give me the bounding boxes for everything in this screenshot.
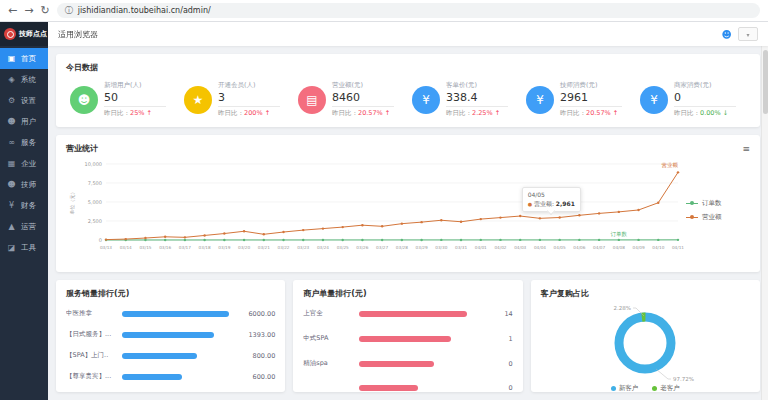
bar xyxy=(122,311,229,317)
merchant-ranking-panel: 商户单量排行(元) 上官全14中式SPA1精油spa00 xyxy=(293,280,522,392)
stat-card: ★开通会员(人)3昨日比：200% ↑ xyxy=(180,80,294,119)
svg-text:04/09: 04/09 xyxy=(633,245,645,250)
bar-value: 1 xyxy=(473,335,513,343)
service-ranking-title: 服务销量排行(元) xyxy=(66,288,275,299)
sidebar-item-home[interactable]: ▣首页 xyxy=(0,48,48,69)
today-stats-title: 今日数据 xyxy=(66,62,750,73)
svg-text:10,000: 10,000 xyxy=(85,161,103,167)
svg-text:03/25: 03/25 xyxy=(337,245,349,250)
svg-text:04/08: 04/08 xyxy=(613,245,625,250)
sidebar-item-users[interactable]: ☻用户 xyxy=(0,111,48,132)
line-chart-legend: 订单数营业额 xyxy=(686,156,748,264)
sidebar-item-services[interactable]: ∞服务 xyxy=(0,132,48,153)
home-icon: ▣ xyxy=(7,54,16,63)
sidebar-item-system[interactable]: ◈系统 xyxy=(0,69,48,90)
bar-value: 600.00 xyxy=(235,373,275,381)
svg-text:03/23: 03/23 xyxy=(297,245,309,250)
sidebar-item-label: 首页 xyxy=(21,54,36,64)
svg-text:03/17: 03/17 xyxy=(179,245,191,250)
donut-chart: 2.28%97.72% xyxy=(545,299,745,383)
chart-menu-icon[interactable]: ≡ xyxy=(742,144,750,154)
stat-card: ¥商家消费(元)0昨日比：0.00% ↓ xyxy=(636,80,750,119)
bar xyxy=(359,336,450,342)
stats-row: ☻新增用户(人)50昨日比：25% ↑★开通会员(人)3昨日比：200% ↑▤营… xyxy=(66,80,750,119)
browser-forward-button[interactable]: → xyxy=(24,5,33,16)
url-text: jishidiandian.toubeihai.cn/admin/ xyxy=(78,6,211,15)
stat-card: ¥技师消费(元)2961昨日比：20.57% ↑ xyxy=(522,80,636,119)
stat-delta: 昨日比：20.57% ↑ xyxy=(560,109,622,118)
svg-text:03/16: 03/16 xyxy=(159,245,171,250)
donut-legend-item[interactable]: 新客户 xyxy=(611,384,639,392)
svg-text:03/21: 03/21 xyxy=(258,245,270,250)
stat-delta: 昨日比：200% ↑ xyxy=(218,109,280,118)
bar-row: 0 xyxy=(303,384,512,392)
avatar-dropdown[interactable]: ▾ xyxy=(738,27,758,41)
donut-legend-item[interactable]: 老客户 xyxy=(652,384,680,392)
svg-text:03/22: 03/22 xyxy=(277,245,289,250)
money-icon: ¥ xyxy=(412,86,440,114)
svg-text:03/13: 03/13 xyxy=(100,245,112,250)
stat-label: 商家消费(元) xyxy=(674,81,736,90)
svg-text:03/15: 03/15 xyxy=(139,245,151,250)
sidebar-item-technicians[interactable]: ☻技师 xyxy=(0,174,48,195)
sidebar-item-settings[interactable]: ⚙设置 xyxy=(0,90,48,111)
sidebar-item-finance[interactable]: ¥财务 xyxy=(0,195,48,216)
svg-text:03/26: 03/26 xyxy=(356,245,368,250)
line-chart: 02,5005,0007,50010,00003/1303/1403/1503/… xyxy=(66,156,686,260)
svg-text:03/24: 03/24 xyxy=(317,245,329,250)
bottom-panels: 服务销量排行(元) 中医推拿6000.00【日式服务】...1393.00【SP… xyxy=(56,280,760,392)
sidebar-item-label: 系统 xyxy=(21,75,36,85)
users-icon: ☻ xyxy=(7,117,16,126)
stat-value: 2961 xyxy=(560,90,622,107)
sidebar-item-tools[interactable]: ◪工具 xyxy=(0,237,48,258)
bar xyxy=(122,374,182,380)
bar-row: 【SPA】上门..800.00 xyxy=(66,351,275,360)
legend-marker-icon xyxy=(686,201,698,205)
bar xyxy=(359,385,418,391)
bar xyxy=(359,311,466,317)
bar-value: 6000.00 xyxy=(235,310,275,318)
stat-card: ☻新增用户(人)50昨日比：25% ↑ xyxy=(66,80,180,119)
line-chart-area: 02,5005,0007,50010,00003/1303/1403/1503/… xyxy=(66,156,686,264)
business-chart-card: 营业统计 ≡ 02,5005,0007,50010,00003/1303/140… xyxy=(56,135,760,272)
stat-label: 开通会员(人) xyxy=(218,81,280,90)
sidebar-item-label: 服务 xyxy=(21,138,36,148)
service-ranking-panel: 服务销量排行(元) 中医推拿6000.00【日式服务】...1393.00【SP… xyxy=(56,280,285,392)
sidebar-item-operations[interactable]: ▲运营 xyxy=(0,216,48,237)
svg-text:04/05: 04/05 xyxy=(554,245,566,250)
svg-text:03/20: 03/20 xyxy=(238,245,250,250)
app-header: 适用浏览器 ☻ ▾ xyxy=(48,22,768,46)
legend-dot-icon xyxy=(652,386,657,391)
svg-text:04/03: 04/03 xyxy=(514,245,526,250)
svg-text:04/02: 04/02 xyxy=(494,245,506,250)
bar-row: 【日式服务】...1393.00 xyxy=(66,330,275,339)
bar-value: 1393.00 xyxy=(235,331,275,339)
url-bar[interactable]: ⓘ jishidiandian.toubeihai.cn/admin/ xyxy=(57,3,760,18)
main-content: 今日数据 ☻新增用户(人)50昨日比：25% ↑★开通会员(人)3昨日比：200… xyxy=(48,46,768,400)
scrollbar-thumb[interactable] xyxy=(763,50,768,114)
site-info-icon[interactable]: ⓘ xyxy=(65,5,73,16)
svg-text:03/31: 03/31 xyxy=(455,245,467,250)
svg-text:03/19: 03/19 xyxy=(218,245,230,250)
user-icon[interactable]: ☻ xyxy=(722,29,732,40)
repurchase-panel: 客户复购占比 2.28%97.72%新客户老客户 xyxy=(531,280,760,392)
bar-label: 中式SPA xyxy=(303,334,353,343)
legend-item[interactable]: 订单数 xyxy=(686,199,748,208)
enterprise-icon: ▦ xyxy=(7,159,16,168)
browser-reload-button[interactable]: ↻ xyxy=(40,5,49,16)
bar xyxy=(122,353,197,359)
system-icon: ◈ xyxy=(7,75,16,84)
sidebar-item-label: 工具 xyxy=(21,243,36,253)
legend-marker-icon xyxy=(686,215,698,219)
legend-item[interactable]: 营业额 xyxy=(686,213,748,222)
svg-text:04/11: 04/11 xyxy=(672,245,684,250)
sidebar-item-enterprise[interactable]: ▦企业 xyxy=(0,153,48,174)
browser-back-button[interactable]: ← xyxy=(8,5,17,16)
technicians-icon: ☻ xyxy=(7,180,16,189)
svg-text:03/30: 03/30 xyxy=(435,245,447,250)
repurchase-title: 客户复购占比 xyxy=(541,288,750,299)
svg-text:04/01: 04/01 xyxy=(475,245,487,250)
app-logo[interactable]: 技师点点 xyxy=(0,22,48,46)
sidebar-item-label: 用户 xyxy=(21,117,36,127)
page-scrollbar[interactable] xyxy=(761,22,768,400)
